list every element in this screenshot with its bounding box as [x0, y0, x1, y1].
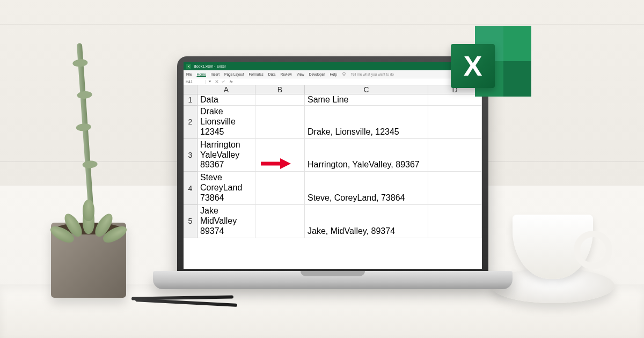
name-box[interactable]: H41 — [184, 80, 206, 84]
tab-developer[interactable]: Developer — [309, 72, 325, 76]
cell-b[interactable] — [255, 172, 305, 205]
laptop: x Book1.xlsm - Excel File Home Insert Pa… — [177, 56, 488, 308]
table-row: 2Drake Lionsville 12345Drake, Lionsville… — [184, 106, 482, 139]
cell-a[interactable]: Drake Lionsville 12345 — [197, 106, 255, 139]
cell-a[interactable]: Steve CoreyLand 73864 — [197, 172, 255, 205]
table-row: 5Jake MidValley 89374Jake, MidValley, 89… — [184, 205, 482, 238]
cell-b[interactable] — [255, 106, 305, 139]
tab-formulas[interactable]: Formulas — [249, 72, 264, 76]
excel-titlebar-icon: x — [186, 64, 191, 69]
check-icon[interactable] — [221, 79, 225, 84]
tell-me-search[interactable]: Tell me what you want to do — [351, 72, 394, 76]
table-row: 3Harrington YaleValley 89367Harrington, … — [184, 139, 482, 172]
laptop-notch — [301, 271, 365, 276]
column-headers: A B C D — [184, 85, 482, 94]
tab-insert[interactable]: Insert — [211, 72, 219, 76]
spreadsheet-grid: A B C D 1DataSame Line2Drake Lionsville … — [184, 85, 482, 269]
cell-b[interactable] — [255, 139, 305, 172]
dropdown-icon[interactable] — [208, 79, 212, 84]
excel-logo-badge: X — [451, 44, 495, 88]
tab-review[interactable]: Review — [280, 72, 291, 76]
excel-logo-letter: X — [464, 50, 482, 82]
laptop-lid: x Book1.xlsm - Excel File Home Insert Pa… — [177, 56, 488, 275]
table-row: 1DataSame Line — [184, 94, 482, 106]
succulent-plant — [63, 193, 114, 241]
tab-help[interactable]: Help — [330, 72, 336, 76]
cell-c[interactable]: Steve, CoreyLand, 73864 — [305, 172, 428, 205]
excel-logo-icon: X — [451, 26, 531, 106]
svg-text:x: x — [188, 64, 190, 69]
row-header[interactable]: 3 — [184, 139, 197, 172]
row-header[interactable]: 1 — [184, 94, 197, 106]
laptop-base — [153, 271, 513, 289]
window-title: Book1.xlsm - Excel — [194, 64, 226, 68]
cell-c[interactable]: Same Line — [305, 94, 428, 106]
cell-a[interactable]: Data — [197, 94, 255, 106]
tab-data[interactable]: Data — [268, 72, 276, 76]
lightbulb-icon — [342, 72, 346, 76]
fx-label[interactable]: fx — [226, 80, 236, 84]
titlebar: x Book1.xlsm - Excel — [184, 62, 482, 70]
cell-d[interactable] — [428, 139, 482, 172]
row-header[interactable]: 5 — [184, 205, 197, 238]
tab-home[interactable]: Home — [196, 72, 206, 76]
ribbon-tabs: File Home Insert Page Layout Formulas Da… — [184, 70, 482, 78]
col-header-b[interactable]: B — [255, 85, 305, 94]
table-row: 4Steve CoreyLand 73864Steve, CoreyLand, … — [184, 172, 482, 205]
svg-point-2 — [342, 72, 345, 75]
tab-file[interactable]: File — [186, 72, 192, 76]
cell-b[interactable] — [255, 205, 305, 238]
coffee-cup — [513, 215, 593, 279]
col-header-a[interactable]: A — [197, 85, 255, 94]
select-all-corner[interactable] — [184, 85, 197, 94]
cell-a[interactable]: Jake MidValley 89374 — [197, 205, 255, 238]
cell-d[interactable] — [428, 172, 482, 205]
cell-d[interactable] — [428, 205, 482, 238]
cell-c[interactable]: Harrington, YaleValley, 89367 — [305, 139, 428, 172]
excel-window: x Book1.xlsm - Excel File Home Insert Pa… — [184, 62, 482, 269]
background-scene: x Book1.xlsm - Excel File Home Insert Pa… — [0, 0, 644, 338]
row-header[interactable]: 4 — [184, 172, 197, 205]
cell-c[interactable]: Drake, Lionsville, 12345 — [305, 106, 428, 139]
formula-bar: H41 fx — [184, 78, 482, 85]
cancel-icon[interactable] — [215, 79, 219, 84]
cell-b[interactable] — [255, 94, 305, 106]
cell-d[interactable] — [428, 106, 482, 139]
cell-a[interactable]: Harrington YaleValley 89367 — [197, 139, 255, 172]
cell-c[interactable]: Jake, MidValley, 89374 — [305, 205, 428, 238]
tab-page-layout[interactable]: Page Layout — [224, 72, 244, 76]
tab-view[interactable]: View — [297, 72, 304, 76]
row-header[interactable]: 2 — [184, 106, 197, 139]
svg-rect-3 — [343, 75, 345, 76]
col-header-c[interactable]: C — [305, 85, 428, 94]
